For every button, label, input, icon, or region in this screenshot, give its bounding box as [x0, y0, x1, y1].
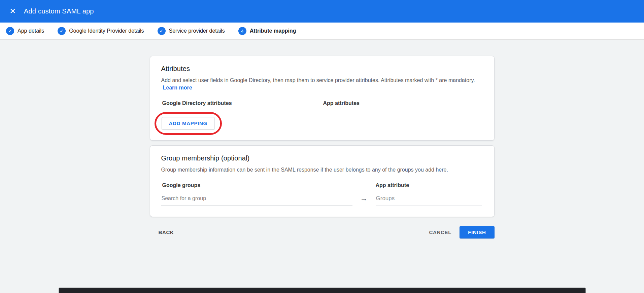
add-mapping-wrapper: ADD MAPPING — [162, 117, 215, 130]
app-attribute-header: App attribute — [376, 182, 409, 188]
action-bar: BACK CANCEL FINISH — [150, 226, 495, 239]
app-attributes-header: App attributes — [323, 100, 360, 106]
group-membership-description: Group membership information can be sent… — [161, 166, 483, 174]
cancel-button[interactable]: CANCEL — [426, 226, 454, 239]
add-mapping-button[interactable]: ADD MAPPING — [162, 117, 215, 130]
step-complete-check-icon: ✓ — [158, 27, 166, 35]
step-separator — [229, 31, 234, 31]
mapping-button-row: ADD MAPPING — [161, 117, 483, 130]
right-arrow-icon: → — [352, 194, 376, 205]
finish-button[interactable]: FINISH — [460, 226, 494, 239]
google-directory-attributes-header: Google Directory attributes — [162, 100, 232, 106]
group-mapping-row: → — [161, 193, 483, 206]
learn-more-link[interactable]: Learn more — [163, 85, 192, 90]
step-label-google-idp-details: Google Identity Provider details — [69, 28, 144, 34]
content-area: Attributes Add and select user fields in… — [0, 40, 644, 239]
step-separator — [148, 31, 153, 31]
step-label-attribute-mapping: Attribute mapping — [250, 28, 296, 34]
step-number-badge: 4 — [238, 27, 246, 35]
dialog-header: ✕ Add custom SAML app — [0, 0, 644, 23]
group-membership-card-title: Group membership (optional) — [161, 154, 483, 162]
desktop-dock-strip — [59, 288, 585, 293]
step-complete-check-icon: ✓ — [58, 27, 66, 35]
stepper-step-app-details[interactable]: ✓ App details — [6, 27, 44, 35]
group-membership-card: Group membership (optional) Group member… — [150, 145, 495, 217]
stepper: ✓ App details ✓ Google Identity Provider… — [0, 23, 644, 40]
close-icon[interactable]: ✕ — [7, 5, 19, 17]
step-separator — [48, 31, 53, 31]
group-membership-description-text: Group membership information can be sent… — [161, 167, 448, 173]
google-groups-header: Google groups — [162, 182, 201, 188]
back-button[interactable]: BACK — [156, 226, 177, 239]
attributes-column-headers: Google Directory attributes App attribut… — [161, 100, 483, 107]
page-title: Add custom SAML app — [24, 7, 94, 15]
stepper-step-attribute-mapping: 4 Attribute mapping — [238, 27, 296, 35]
stepper-step-google-idp-details[interactable]: ✓ Google Identity Provider details — [58, 27, 144, 35]
attributes-card-description: Add and select user fields in Google Dir… — [161, 77, 483, 91]
attributes-card: Attributes Add and select user fields in… — [150, 56, 495, 141]
app-attribute-input[interactable] — [376, 193, 482, 206]
search-group-input[interactable] — [161, 193, 352, 206]
attributes-card-title: Attributes — [161, 65, 483, 73]
attributes-description-text: Add and select user fields in Google Dir… — [161, 77, 475, 83]
step-label-app-details: App details — [18, 28, 44, 34]
step-complete-check-icon: ✓ — [6, 27, 14, 35]
group-column-headers: Google groups App attribute — [161, 182, 483, 189]
step-label-service-provider-details: Service provider details — [169, 28, 225, 34]
stepper-step-service-provider-details[interactable]: ✓ Service provider details — [158, 27, 225, 35]
